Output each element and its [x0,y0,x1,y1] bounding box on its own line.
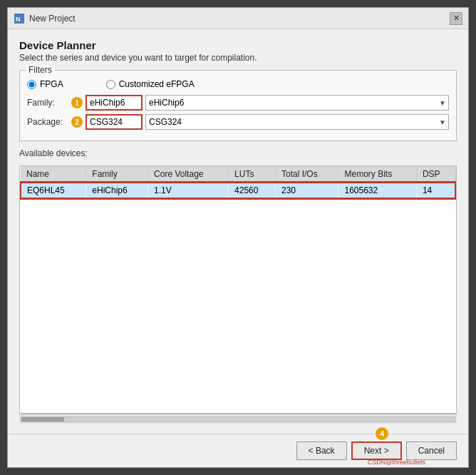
table-header-row: Name Family Core Voltage LUTs Total I/Os… [21,166,455,183]
fpga-radio[interactable] [27,80,36,89]
col-memory-bits: Memory Bits [338,166,416,183]
col-dsp: DSP [416,166,455,183]
col-core-voltage: Core Voltage [148,166,229,183]
col-total-ios: Total I/Os [275,166,338,183]
dialog-title: New Project [29,14,76,24]
scrollbar[interactable] [19,414,457,424]
family-input[interactable]: eHiChip6 [86,95,143,111]
table-row[interactable]: EQ6HL45eHiChip61.1V42560230160563214 [21,183,455,198]
title-bar-left: N New Project [14,13,76,24]
package-label: Package: [27,117,68,127]
col-luts: LUTs [229,166,276,183]
device-table: Name Family Core Voltage LUTs Total I/Os… [20,166,456,199]
scrollbar-track[interactable] [21,417,455,422]
next-badge: 4 [376,427,388,440]
package-select[interactable]: CSG324 [145,114,449,130]
family-badge: 1 [71,97,83,108]
col-family: Family [86,166,148,183]
col-name: Name [21,166,86,183]
next-button[interactable]: Next > [351,441,402,460]
efpga-label: Customized eFPGA [119,79,195,89]
fpga-label: FPGA [40,79,63,89]
dialog: N New Project ✕ Device Planner Select th… [7,7,469,468]
scrollbar-thumb[interactable] [21,417,64,422]
close-button[interactable]: ✕ [450,12,462,25]
package-badge: 2 [71,116,83,128]
filters-group: Filters FPGA Customized eFPGA Family: 1 … [19,70,457,141]
family-select[interactable]: eHiChip6 [145,95,449,111]
back-button[interactable]: < Back [296,441,347,460]
device-table-container[interactable]: Name Family Core Voltage LUTs Total I/Os… [19,165,457,414]
available-label: Available devices: [19,148,457,158]
package-input[interactable]: CSG324 [86,114,143,130]
cancel-button[interactable]: Cancel [406,441,457,460]
content-area: Device Planner Select the series and dev… [8,29,468,434]
page-header: Device Planner Select the series and dev… [19,39,457,63]
package-value: CSG324 [90,117,123,127]
efpga-radio-item[interactable]: Customized eFPGA [106,79,195,89]
app-icon: N [14,13,25,24]
family-value: eHiChip6 [90,98,125,108]
package-row: Package: 2 CSG324 CSG324 ▼ [27,114,449,130]
family-select-wrapper: eHiChip6 ▼ [145,95,449,111]
page-title: Device Planner [19,39,457,51]
fpga-radio-item[interactable]: FPGA [27,79,63,89]
page-subtitle: Select the series and device you want to… [19,53,457,63]
footer: 4 < Back Next > Cancel CSDN@threebullets [8,434,468,467]
package-select-wrapper: CSG324 ▼ [145,114,449,130]
svg-text:N: N [16,16,21,23]
filters-legend: Filters [26,65,55,75]
family-label: Family: [27,98,68,108]
title-bar: N New Project ✕ [8,8,468,29]
filter-radio-row: FPGA Customized eFPGA [27,79,449,89]
watermark: CSDN@threebullets [368,459,425,466]
family-row: Family: 1 eHiChip6 eHiChip6 ▼ [27,95,449,111]
efpga-radio[interactable] [106,80,115,89]
